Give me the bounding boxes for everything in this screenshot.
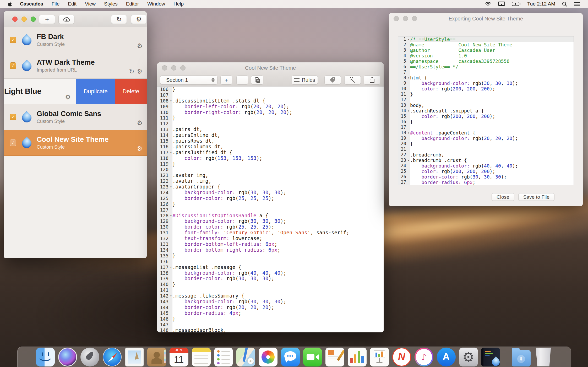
messages-dock-icon[interactable]: ••• (281, 348, 300, 366)
apple-menu[interactable] (8, 1, 13, 7)
menu-help[interactable]: Help (173, 1, 184, 7)
magic-wand-button[interactable] (344, 75, 361, 84)
mail-dock-icon[interactable] (125, 348, 144, 366)
style-item-fb-dark[interactable]: ✓FB DarkCustom Style⚙ (4, 27, 147, 53)
menu-app-name[interactable]: Cascadea (20, 1, 43, 7)
code-line-14: 14▾.searchResult .snippet a { (398, 108, 574, 114)
launchpad-dock-icon[interactable] (80, 348, 99, 366)
menu-window[interactable]: Window (147, 1, 165, 7)
appstore-dock-icon[interactable]: A (437, 348, 456, 366)
style-item-cool-new-site-theme[interactable]: ✓Cool New Site ThemeCustom Style⚙ (4, 130, 147, 156)
style-enabled-checkbox[interactable]: ✓ (10, 114, 16, 120)
style-title: ATW Dark Theme (37, 58, 95, 67)
minimize-button[interactable] (171, 65, 176, 71)
cascadea-dock-icon[interactable] (481, 348, 500, 366)
safari-dock-icon[interactable] (103, 348, 122, 366)
siri-dock-icon[interactable] (58, 348, 77, 366)
share-button[interactable] (364, 75, 380, 84)
fold-triangle-icon[interactable]: ▾ (170, 184, 172, 190)
section-selector[interactable]: Section 1 (160, 75, 217, 84)
itunes-dock-icon[interactable]: ♪ (415, 348, 433, 366)
downloads-dock-icon[interactable]: ⬇ (512, 348, 531, 366)
airplay-icon[interactable] (498, 2, 505, 7)
duplicate-swipe-button[interactable]: Duplicate (76, 79, 115, 104)
fold-triangle-icon[interactable]: ▾ (170, 98, 172, 104)
row-gear-icon[interactable]: ⚙ (137, 43, 143, 49)
add-style-button[interactable]: ＋ (39, 15, 55, 24)
fold-triangle-icon[interactable]: ▾ (408, 75, 410, 81)
line-number: 145 (157, 310, 172, 316)
style-item-atw-dark-theme[interactable]: ✓ATW Dark ThemeImported from URL↻⚙ (4, 53, 147, 79)
pages-dock-icon[interactable] (325, 348, 344, 366)
row-gear-icon[interactable]: ⚙ (137, 120, 143, 126)
fold-triangle-icon[interactable]: ▾ (408, 130, 410, 136)
fold-triangle-icon[interactable]: ▾ (170, 213, 172, 219)
line-number: 125 (157, 196, 172, 201)
rules-button[interactable]: Rules (292, 75, 318, 84)
export-code-preview[interactable]: 1▾/* ==UserStyle==2@name Cool New Site T… (398, 36, 574, 185)
menu-clock[interactable]: Tue 2:12 AM (527, 1, 555, 7)
zoom-button[interactable] (180, 65, 186, 71)
close-button[interactable] (12, 17, 18, 22)
close-button[interactable] (394, 16, 399, 21)
menu-editor[interactable]: Editor (126, 1, 139, 7)
line-number: 126 (157, 201, 172, 207)
close-button[interactable] (162, 65, 167, 71)
reminders-dock-icon[interactable] (214, 348, 233, 366)
menu-file[interactable]: File (52, 1, 60, 7)
line-number: 135 (157, 253, 172, 259)
css-editor[interactable]: 106}107108▾.discussionListItem .stats dl… (157, 87, 384, 332)
maps-dock-icon[interactable]: 3D (236, 348, 255, 366)
wifi-icon[interactable] (485, 2, 491, 6)
fold-triangle-icon[interactable]: ▾ (408, 158, 410, 163)
remove-section-button[interactable]: − (236, 75, 248, 84)
keynote-dock-icon[interactable] (370, 348, 389, 366)
update-available-icon[interactable]: ↻ (129, 68, 134, 75)
style-item-global-comic-sans[interactable]: ✓Global Comic SansCustom Style⚙ (4, 104, 147, 130)
style-item-light-blue[interactable]: Light Blue⚙DuplicateDelete (4, 79, 147, 104)
row-gear-icon[interactable]: ⚙ (65, 94, 71, 100)
style-enabled-checkbox[interactable]: ✓ (10, 139, 16, 146)
battery-charging-icon[interactable] (512, 2, 520, 6)
menu-view[interactable]: View (85, 1, 96, 7)
add-section-button[interactable]: ＋ (220, 75, 232, 84)
sysprefs-dock-icon[interactable]: ⚙ (459, 348, 478, 366)
news-dock-icon[interactable]: N (392, 348, 411, 366)
tags-button[interactable] (324, 75, 341, 84)
fold-triangle-icon[interactable]: ▾ (170, 293, 172, 299)
code-line-3: 3@author Cascadea User (398, 47, 574, 53)
save-to-file-button[interactable]: Save to File (518, 193, 554, 201)
photos-dock-icon[interactable] (259, 348, 277, 366)
minimize-button[interactable] (21, 17, 27, 22)
fold-triangle-icon[interactable]: ▾ (408, 108, 410, 114)
notification-list-icon[interactable] (574, 2, 580, 6)
import-from-url-button[interactable] (58, 15, 74, 24)
menu-edit[interactable]: Edit (68, 1, 77, 7)
close-export-button[interactable]: Close (492, 193, 514, 201)
notes-dock-icon[interactable] (192, 348, 211, 366)
duplicate-section-button[interactable] (251, 75, 263, 84)
zoom-button[interactable] (31, 17, 36, 22)
menu-styles[interactable]: Styles (104, 1, 118, 7)
minimize-button[interactable] (403, 16, 408, 21)
code-line-131: 131 font-family: 'Century Gothic', 'Open… (157, 230, 384, 236)
numbers-dock-icon[interactable] (348, 348, 367, 366)
fold-triangle-icon[interactable]: ▾ (170, 150, 172, 156)
finder-dock-icon[interactable] (36, 348, 55, 366)
style-enabled-checkbox[interactable]: ✓ (10, 37, 16, 43)
fold-triangle-icon[interactable]: ▾ (170, 265, 172, 271)
line-number: 134 (157, 247, 172, 253)
trash-dock-icon[interactable] (534, 348, 553, 366)
delete-swipe-button[interactable]: Delete (115, 79, 147, 104)
style-enabled-checkbox[interactable]: ✓ (10, 62, 16, 69)
zoom-button[interactable] (412, 16, 417, 21)
search-icon[interactable] (562, 2, 567, 7)
facetime-dock-icon[interactable] (303, 348, 322, 366)
calendar-dock-icon[interactable]: JUN11 (170, 348, 188, 366)
row-gear-icon[interactable]: ⚙ (137, 145, 143, 152)
contacts-dock-icon[interactable] (147, 348, 166, 366)
preferences-button[interactable]: ⚙ (131, 15, 147, 24)
refresh-styles-button[interactable]: ↻ (111, 15, 127, 24)
row-gear-icon[interactable]: ⚙ (137, 68, 143, 75)
fold-triangle-icon[interactable]: ▾ (408, 37, 410, 42)
